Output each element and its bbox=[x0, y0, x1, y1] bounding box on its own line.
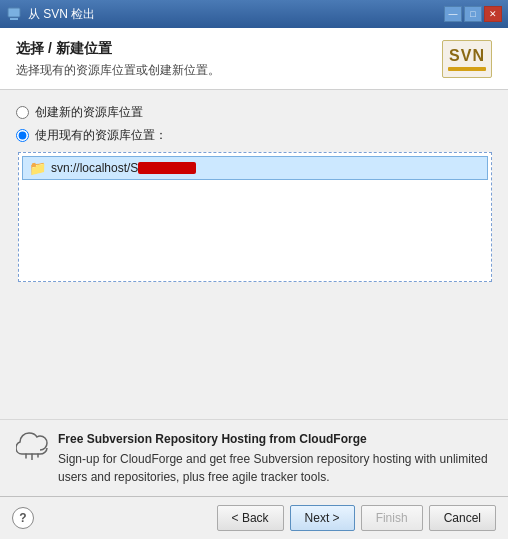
list-item[interactable]: 📁 svn://localhost/S●●●●●●●● bbox=[22, 156, 488, 180]
finish-button[interactable]: Finish bbox=[361, 505, 423, 531]
radio-use-existing[interactable]: 使用现有的资源库位置： bbox=[16, 127, 492, 144]
cloudforge-icon bbox=[16, 432, 48, 460]
radio-existing-input[interactable] bbox=[16, 129, 29, 142]
header-section: 选择 / 新建位置 选择现有的资源库位置或创建新位置。 SVN bbox=[0, 28, 508, 90]
cloudforge-text: Free Subversion Repository Hosting from … bbox=[58, 430, 492, 486]
radio-create-label: 创建新的资源库位置 bbox=[35, 104, 143, 121]
spacer bbox=[0, 296, 508, 419]
close-button[interactable]: ✕ bbox=[484, 6, 502, 22]
header-text: 选择 / 新建位置 选择现有的资源库位置或创建新位置。 bbox=[16, 40, 442, 79]
radio-create-new[interactable]: 创建新的资源库位置 bbox=[16, 104, 492, 121]
help-button[interactable]: ? bbox=[12, 507, 34, 529]
cancel-button[interactable]: Cancel bbox=[429, 505, 496, 531]
radio-create-input[interactable] bbox=[16, 106, 29, 119]
svn-logo: SVN bbox=[442, 40, 492, 78]
next-button[interactable]: Next > bbox=[290, 505, 355, 531]
minimize-button[interactable]: — bbox=[444, 6, 462, 22]
repo-url-redacted: ●●●●●●●● bbox=[138, 162, 195, 174]
cloudforge-description: Sign-up for CloudForge and get free Subv… bbox=[58, 450, 492, 486]
content-section: 创建新的资源库位置 使用现有的资源库位置： 📁 svn://localhost/… bbox=[0, 90, 508, 296]
footer: ? < Back Next > Finish Cancel bbox=[0, 496, 508, 539]
footer-buttons: < Back Next > Finish Cancel bbox=[217, 505, 496, 531]
maximize-button[interactable]: □ bbox=[464, 6, 482, 22]
page-title: 选择 / 新建位置 bbox=[16, 40, 442, 58]
repo-url-prefix: svn://localhost/S bbox=[51, 161, 138, 175]
svn-logo-text: SVN bbox=[449, 48, 485, 64]
titlebar: 从 SVN 检出 — □ ✕ bbox=[0, 0, 508, 28]
titlebar-title: 从 SVN 检出 bbox=[28, 6, 444, 23]
svg-rect-1 bbox=[10, 18, 18, 20]
radio-existing-label: 使用现有的资源库位置： bbox=[35, 127, 167, 144]
svg-rect-0 bbox=[8, 8, 20, 17]
footer-left: ? bbox=[12, 507, 34, 529]
cloudforge-section: Free Subversion Repository Hosting from … bbox=[0, 419, 508, 496]
repo-list: 📁 svn://localhost/S●●●●●●●● bbox=[18, 152, 492, 282]
titlebar-icon bbox=[6, 6, 22, 22]
radio-group: 创建新的资源库位置 使用现有的资源库位置： bbox=[16, 104, 492, 144]
back-button[interactable]: < Back bbox=[217, 505, 284, 531]
titlebar-controls: — □ ✕ bbox=[444, 6, 502, 22]
cloudforge-title: Free Subversion Repository Hosting from … bbox=[58, 430, 492, 448]
page-subtitle: 选择现有的资源库位置或创建新位置。 bbox=[16, 62, 442, 79]
main-container: 选择 / 新建位置 选择现有的资源库位置或创建新位置。 SVN 创建新的资源库位… bbox=[0, 28, 508, 539]
repo-icon: 📁 bbox=[29, 160, 46, 176]
svn-logo-bar bbox=[448, 67, 486, 71]
